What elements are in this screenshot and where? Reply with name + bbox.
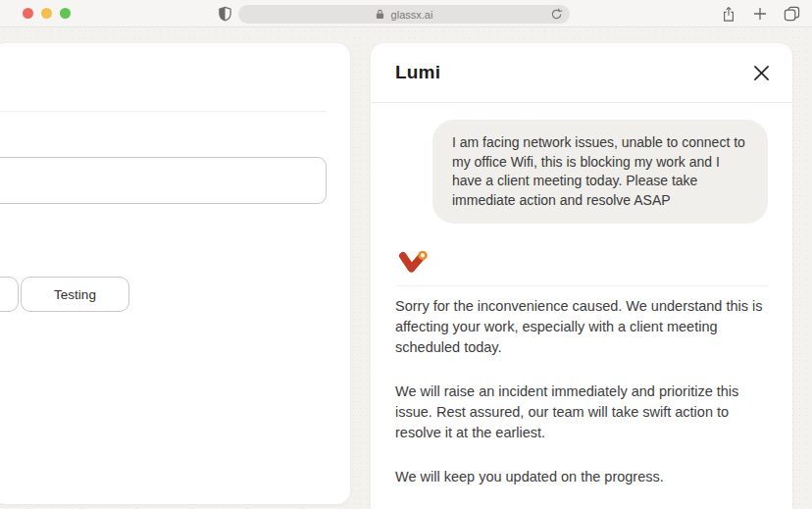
- section-divider: [0, 111, 327, 112]
- page-background: Testing Lumi I am facing network issues,…: [0, 27, 812, 509]
- testing-button[interactable]: Testing: [21, 277, 129, 312]
- testing-button-label: Testing: [54, 287, 96, 302]
- assistant-paragraph: We will keep you updated on the progress…: [395, 467, 768, 487]
- chat-header: Lumi: [371, 43, 792, 103]
- close-window-button[interactable]: [23, 8, 33, 19]
- close-icon[interactable]: [751, 63, 771, 82]
- minimize-window-button[interactable]: [41, 8, 52, 19]
- chat-body: I am facing network issues, unable to co…: [371, 103, 792, 487]
- assistant-paragraph: We will raise an incident immediately an…: [395, 382, 768, 443]
- lumi-bird-logo-icon: [397, 249, 431, 273]
- share-icon[interactable]: [720, 5, 737, 23]
- assistant-message: Sorry for the inconvenience caused. We u…: [395, 296, 768, 487]
- new-tab-icon[interactable]: [751, 5, 769, 23]
- cutoff-button[interactable]: [0, 277, 19, 312]
- url-text: glassx.ai: [391, 9, 433, 21]
- left-form-panel: Testing: [0, 43, 350, 504]
- text-input[interactable]: [0, 157, 327, 204]
- lock-icon: [376, 9, 384, 20]
- zoom-window-button[interactable]: [60, 8, 71, 19]
- tab-overview-icon[interactable]: [783, 5, 800, 23]
- message-divider: [395, 285, 768, 286]
- window-controls: [23, 8, 71, 19]
- toolbar-right: [720, 5, 800, 23]
- assistant-paragraph: Sorry for the inconvenience caused. We u…: [395, 296, 768, 358]
- user-message-bubble: I am facing network issues, unable to co…: [432, 120, 768, 224]
- browser-chrome: glassx.ai: [0, 0, 812, 27]
- address-bar[interactable]: glassx.ai: [238, 5, 570, 24]
- privacy-shield-icon[interactable]: [218, 6, 232, 22]
- chat-panel: Lumi I am facing network issues, unable …: [371, 43, 792, 509]
- reload-icon[interactable]: [550, 8, 563, 21]
- chat-title: Lumi: [395, 62, 440, 83]
